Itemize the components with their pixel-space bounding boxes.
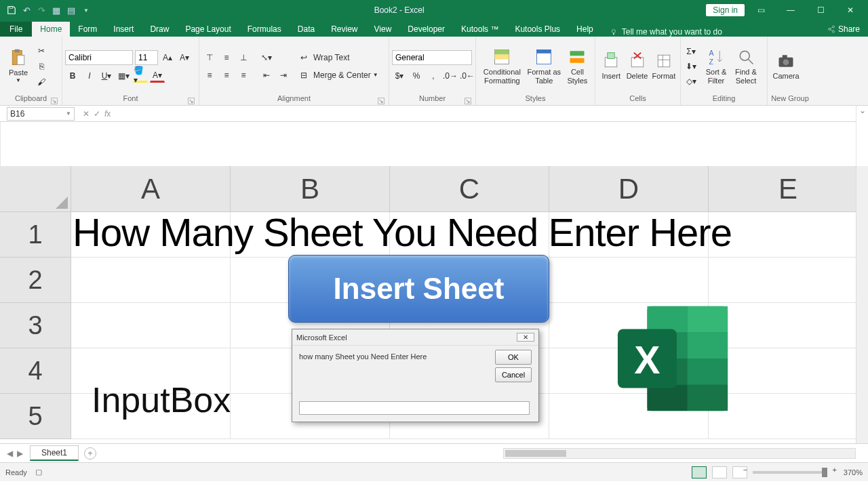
tab-review[interactable]: Review — [323, 22, 366, 37]
tab-page-layout[interactable]: Page Layout — [177, 22, 239, 37]
minimize-icon[interactable]: — — [777, 2, 804, 18]
row-header[interactable]: 2 — [0, 258, 71, 303]
decrease-indent-icon[interactable]: ⇤ — [259, 68, 274, 82]
tab-help[interactable]: Help — [568, 22, 601, 37]
col-header[interactable]: D — [549, 166, 709, 212]
select-all-button[interactable] — [0, 166, 71, 212]
insert-cells-button[interactable]: Insert — [598, 40, 624, 93]
comma-icon[interactable]: , — [426, 69, 441, 83]
close-icon[interactable]: ✕ — [837, 2, 864, 18]
sort-filter-button[interactable]: AZSort & Filter — [701, 40, 731, 93]
font-name-select[interactable] — [65, 50, 133, 65]
qat-icon-2[interactable]: ▤ — [65, 4, 77, 16]
font-size-select[interactable] — [135, 50, 158, 65]
macro-record-icon[interactable]: ▢ — [35, 468, 42, 476]
sheet-nav-prev-icon[interactable]: ◀ — [7, 449, 13, 458]
tab-draw[interactable]: Draw — [142, 22, 177, 37]
tab-data[interactable]: Data — [290, 22, 323, 37]
ribbon-options-icon[interactable]: ▭ — [747, 2, 774, 18]
clear-icon[interactable]: ◇▾ — [684, 75, 698, 88]
increase-font-icon[interactable]: A▴ — [160, 51, 175, 64]
copy-icon[interactable]: ⎘ — [34, 60, 49, 73]
enter-formula-icon[interactable]: ✓ — [94, 109, 100, 119]
undo-icon[interactable]: ↶ — [20, 4, 33, 16]
dialog-launcher-icon[interactable]: ↘ — [51, 98, 58, 104]
fx-icon[interactable]: fx — [104, 109, 111, 119]
qat-icon[interactable]: ▦ — [50, 4, 62, 16]
increase-indent-icon[interactable]: ⇥ — [276, 68, 291, 82]
number-format-select[interactable] — [392, 50, 472, 65]
redo-icon[interactable]: ↷ — [35, 4, 47, 16]
sheet-tab[interactable]: Sheet1 — [30, 445, 79, 461]
delete-cells-button[interactable]: Delete — [624, 40, 650, 93]
increase-decimal-icon[interactable]: .0→ — [443, 69, 458, 83]
dialog-launcher-icon[interactable]: ↘ — [465, 98, 471, 104]
col-header[interactable]: E — [709, 166, 868, 212]
align-right-icon[interactable]: ≡ — [236, 68, 251, 82]
orientation-icon[interactable]: ⤡▾ — [259, 51, 274, 64]
page-layout-view-icon[interactable] — [712, 466, 727, 479]
camera-button[interactable]: Camera — [770, 40, 802, 93]
sheet-nav-next-icon[interactable]: ▶ — [17, 449, 23, 458]
decrease-font-icon[interactable]: A▾ — [177, 51, 192, 64]
row-header[interactable]: 5 — [0, 394, 71, 439]
underline-button[interactable]: U▾ — [99, 69, 114, 83]
zoom-slider[interactable] — [753, 471, 827, 474]
wrap-text-button[interactable]: ↩Wrap Text — [296, 51, 378, 64]
col-header[interactable]: C — [390, 166, 549, 212]
normal-view-icon[interactable] — [692, 466, 707, 479]
row-header[interactable]: 4 — [0, 348, 71, 394]
format-as-table-button[interactable]: Format as Table — [526, 40, 563, 93]
add-sheet-button[interactable]: + — [84, 447, 96, 460]
tab-form[interactable]: Form — [70, 22, 105, 37]
fill-color-icon[interactable]: 🪣▾ — [133, 69, 148, 83]
fill-icon[interactable]: ⬇▾ — [684, 60, 698, 73]
border-icon[interactable]: ▦▾ — [116, 69, 131, 83]
formula-input[interactable] — [0, 122, 856, 166]
qat-dropdown-icon[interactable]: ▼ — [80, 4, 92, 16]
cut-icon[interactable]: ✂ — [34, 44, 49, 58]
dialog-launcher-icon[interactable]: ↘ — [188, 98, 195, 104]
format-painter-icon[interactable]: 🖌 — [34, 75, 49, 89]
dialog-ok-button[interactable]: OK — [495, 350, 532, 365]
tell-me-search[interactable]: Tell me what you want to do — [610, 27, 722, 37]
currency-icon[interactable]: $▾ — [392, 69, 407, 83]
tab-insert[interactable]: Insert — [105, 22, 142, 37]
percent-icon[interactable]: % — [409, 69, 424, 83]
col-header[interactable]: A — [71, 166, 231, 212]
col-header[interactable]: B — [231, 166, 390, 212]
merge-center-button[interactable]: ⊟Merge & Center▼ — [296, 68, 378, 82]
dialog-close-icon[interactable]: ✕ — [517, 333, 534, 342]
vertical-scrollbar[interactable] — [856, 166, 868, 443]
align-top-icon[interactable]: ⊤ — [202, 51, 217, 64]
decrease-decimal-icon[interactable]: .0← — [460, 69, 475, 83]
conditional-formatting-button[interactable]: Conditional Formatting — [479, 40, 526, 93]
italic-button[interactable]: I — [82, 69, 97, 83]
bold-button[interactable]: B — [65, 69, 80, 83]
cell-styles-button[interactable]: Cell Styles — [563, 40, 592, 93]
sign-in-button[interactable]: Sign in — [706, 4, 745, 16]
row-header[interactable]: 1 — [0, 212, 71, 258]
tab-kutools[interactable]: Kutools ™ — [453, 22, 507, 37]
name-box[interactable]: B16▼ — [7, 107, 75, 121]
row-header[interactable]: 3 — [0, 303, 71, 348]
save-icon[interactable] — [5, 4, 18, 16]
formula-expand-icon[interactable]: ⌄ — [856, 106, 868, 166]
tab-file[interactable]: File — [0, 22, 32, 37]
dialog-cancel-button[interactable]: Cancel — [495, 367, 532, 382]
dialog-input[interactable] — [299, 401, 530, 415]
align-center-icon[interactable]: ≡ — [219, 68, 234, 82]
dialog-launcher-icon[interactable]: ↘ — [378, 98, 384, 104]
tab-formulas[interactable]: Formulas — [239, 22, 290, 37]
insert-sheet-macro-button[interactable]: Insert Sheet — [288, 255, 549, 323]
tab-developer[interactable]: Developer — [399, 22, 453, 37]
align-bottom-icon[interactable]: ⊥ — [236, 51, 251, 64]
tab-home[interactable]: Home — [32, 22, 70, 37]
tab-view[interactable]: View — [366, 22, 400, 37]
align-left-icon[interactable]: ≡ — [202, 68, 217, 82]
share-button[interactable]: Share — [819, 22, 868, 37]
horizontal-scrollbar[interactable] — [503, 448, 856, 459]
font-color-icon[interactable]: A▾ — [150, 69, 165, 83]
align-middle-icon[interactable]: ≡ — [219, 51, 234, 64]
cancel-formula-icon[interactable]: ✕ — [83, 109, 90, 119]
